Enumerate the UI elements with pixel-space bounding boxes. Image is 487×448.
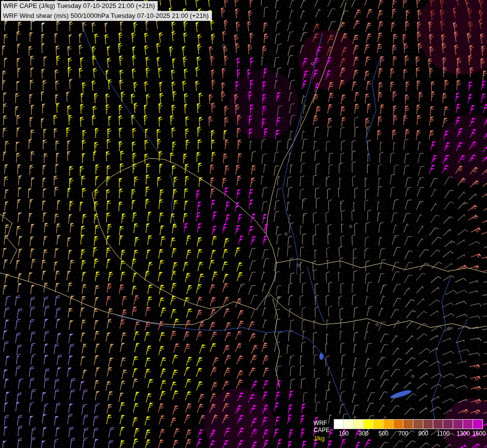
header-line-shear: WRF Wind shear (m/s) 500/1000hPa Tuesday…	[1, 11, 212, 21]
legend-swatch	[344, 419, 354, 429]
legend-swatch	[393, 419, 403, 429]
legend-model-label: WRF	[313, 420, 330, 427]
legend-tick-label: 700	[398, 430, 408, 437]
legend-scale: 100300500700900110013001500	[334, 419, 483, 437]
legend-swatch	[334, 419, 344, 429]
legend-swatch	[423, 419, 433, 429]
weather-map: WRF CAPE (J/kg) Tuesday 07-10-2025 21:00…	[0, 0, 487, 448]
legend-tick-label: 1100	[437, 430, 450, 437]
legend-tick-label: 500	[379, 430, 389, 437]
legend-label-block: WRF CAPE J/kg	[313, 419, 330, 442]
legend-swatch	[374, 419, 384, 429]
legend-swatch	[384, 419, 393, 429]
legend-swatch	[443, 419, 453, 429]
legend-swatch	[354, 419, 364, 429]
legend-tick-label: 1500	[473, 430, 486, 437]
cape-legend: WRF CAPE J/kg 10030050070090011001300150…	[313, 419, 483, 442]
legend-unit-label: J/kg	[313, 435, 330, 442]
legend-swatch	[413, 419, 423, 429]
legend-tick-label: 1300	[457, 430, 470, 437]
legend-variable-label: CAPE	[313, 427, 330, 434]
legend-swatch	[433, 419, 443, 429]
legend-swatch	[473, 419, 483, 429]
legend-color-bar	[334, 419, 483, 429]
header-line-cape: WRF CAPE (J/kg) Tuesday 07-10-2025 21:00…	[1, 1, 158, 11]
legend-swatch	[453, 419, 463, 429]
legend-swatch	[463, 419, 473, 429]
legend-tick-label: 900	[418, 430, 428, 437]
legend-tick-label: 300	[359, 430, 369, 437]
legend-swatch	[364, 419, 374, 429]
legend-tick-row: 100300500700900110013001500	[334, 429, 483, 437]
legend-swatch	[403, 419, 413, 429]
model-run-header: WRF CAPE (J/kg) Tuesday 07-10-2025 21:00…	[1, 1, 212, 21]
legend-tick-label: 100	[339, 430, 349, 437]
map-canvas	[0, 0, 487, 448]
